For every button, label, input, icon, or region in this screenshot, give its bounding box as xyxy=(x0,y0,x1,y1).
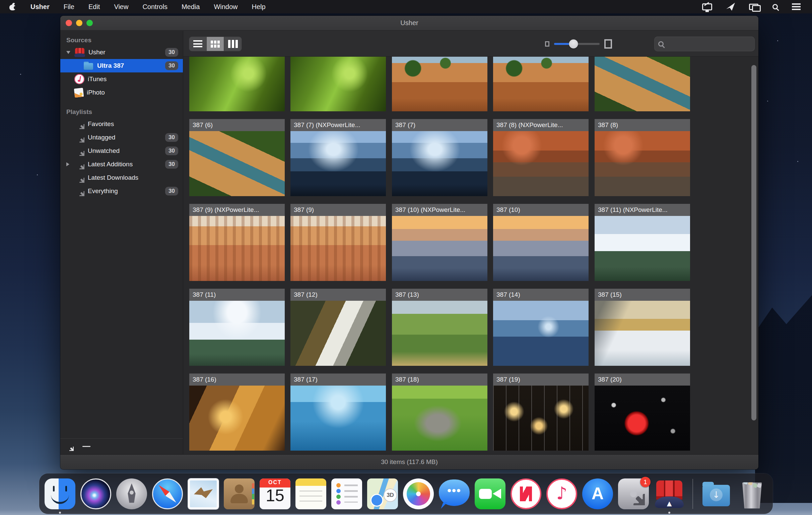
dock-item-siri[interactable] xyxy=(80,479,111,509)
disclosure-open-icon[interactable] xyxy=(66,51,75,54)
appstore-art-main-text: A xyxy=(582,484,613,503)
cell-title: 387 (20) xyxy=(594,374,690,386)
dock-item-messages[interactable]: ••• xyxy=(439,479,470,509)
grid-cell-387-7[interactable]: 387 (7) xyxy=(392,119,487,196)
dock-item-reminders[interactable] xyxy=(331,479,362,509)
menu-item-view[interactable]: View xyxy=(114,3,128,11)
thumbnail-storm-shore xyxy=(290,131,386,196)
grid-cell-387-9-NXPowerLite[interactable]: 387 (9) (NXPowerLite... xyxy=(189,204,285,281)
title-bar[interactable]: Usher xyxy=(60,16,758,30)
grid-cell-387-13[interactable]: 387 (13) xyxy=(392,289,487,366)
search-field[interactable] xyxy=(654,36,755,51)
display-icon[interactable] xyxy=(702,3,712,10)
grid-cell[interactable] xyxy=(594,57,690,111)
grid-cell-387-11[interactable]: 387 (11) xyxy=(189,289,285,366)
item-count-badge: 30 xyxy=(165,187,178,195)
grid-cell-387-8-NXPowerLite[interactable]: 387 (8) (NXPowerLite... xyxy=(493,119,588,196)
dock-item-photos[interactable] xyxy=(403,479,434,509)
disclosure-closed-icon[interactable] xyxy=(66,162,75,166)
grid-cell-387-12[interactable]: 387 (12) xyxy=(290,289,386,366)
dock-item-usher[interactable]: ▲ xyxy=(654,479,685,509)
sidebar-item-label: Favorites xyxy=(88,120,114,128)
dock-item-finder[interactable] xyxy=(45,479,76,509)
grid-cell-387-10[interactable]: 387 (10) xyxy=(493,204,588,281)
grid-cell[interactable] xyxy=(290,57,386,111)
grid-cell-387-14[interactable]: 387 (14) xyxy=(493,289,588,366)
grid-cell-387-18[interactable]: 387 (18) xyxy=(392,374,487,451)
sidebar-item-favorites[interactable]: Favorites xyxy=(60,117,183,131)
spotlight-icon[interactable] xyxy=(773,4,778,9)
menu-bar-status-icons xyxy=(702,3,812,11)
sidebar-item-label: Usher xyxy=(88,49,106,56)
menu-item-media[interactable]: Media xyxy=(181,3,200,11)
sidebar-item-unwatched[interactable]: Unwatched30 xyxy=(60,144,183,158)
list-view-button[interactable] xyxy=(189,37,207,51)
dock-item-safari[interactable] xyxy=(152,479,183,509)
grid-cell-387-11-NXPowerLite[interactable]: 387 (11) (NXPowerLite... xyxy=(594,204,690,281)
dock-item-maps[interactable]: 3D xyxy=(367,479,398,509)
thumbnail-dusk-lake xyxy=(493,301,588,366)
scrollbar-thumb[interactable] xyxy=(751,65,756,421)
sidebar-item-iphoto[interactable]: iPhoto xyxy=(60,86,183,99)
apple-menu-icon[interactable] xyxy=(9,3,16,10)
grid-cell-387-10-NXPowerLite[interactable]: 387 (10) (NXPowerLite... xyxy=(392,204,487,281)
menu-item-file[interactable]: File xyxy=(64,3,75,11)
dock-item-trash[interactable] xyxy=(736,479,767,509)
dock-item-notes[interactable] xyxy=(295,479,326,509)
grid-cell-387-8[interactable]: 387 (8) xyxy=(594,119,690,196)
dock-item-appstore[interactable]: A xyxy=(582,479,613,509)
grid-cell[interactable] xyxy=(493,57,588,111)
sidebar-item-latest-downloads[interactable]: Latest Downloads xyxy=(60,171,183,184)
grid-cell-387-16[interactable]: 387 (16) xyxy=(189,374,285,451)
menu-item-edit[interactable]: Edit xyxy=(88,3,100,11)
dock-item-facetime[interactable] xyxy=(475,479,505,509)
slider-knob[interactable] xyxy=(569,39,578,49)
remove-button[interactable] xyxy=(82,446,90,447)
dock-item-contacts[interactable] xyxy=(224,479,255,509)
menu-bar: Usher FileEditViewControlsMediaWindowHel… xyxy=(0,0,812,13)
grid-cell-387-15[interactable]: 387 (15) xyxy=(594,289,690,366)
sidebar-item-untagged[interactable]: Untagged30 xyxy=(60,131,183,144)
contacts-icon-art xyxy=(224,479,255,509)
cell-title: 387 (7) (NXPowerLite... xyxy=(290,119,386,131)
sidebar-item-latest-additions[interactable]: Latest Additions30 xyxy=(60,158,183,171)
columns-view-button[interactable] xyxy=(224,37,241,51)
sidebar-item-itunes[interactable]: iTunes xyxy=(60,73,183,86)
search-input[interactable] xyxy=(667,40,747,48)
pointer-icon[interactable] xyxy=(726,3,735,11)
minimize-button[interactable] xyxy=(76,20,82,26)
dock-item-mail[interactable] xyxy=(188,479,219,509)
grid-cell-387-6[interactable]: 387 (6) xyxy=(189,119,285,196)
grid-cell[interactable] xyxy=(392,57,487,111)
grid-cell[interactable] xyxy=(189,57,285,111)
thumbnail-snow-range xyxy=(189,301,285,366)
menu-item-window[interactable]: Window xyxy=(214,3,237,11)
grid-view-button[interactable] xyxy=(207,37,224,51)
dock-item-launchpad[interactable] xyxy=(116,479,147,509)
dock-item-calendar[interactable]: OCT15 xyxy=(260,479,290,509)
safari-icon xyxy=(152,479,183,509)
dock-item-news[interactable] xyxy=(511,479,541,509)
notification-center-icon[interactable] xyxy=(792,3,801,10)
dock-item-downloads[interactable]: ↓ xyxy=(701,479,732,509)
dock-item-itunes[interactable]: ♪ xyxy=(546,479,577,509)
screen-mirroring-icon[interactable] xyxy=(749,4,758,10)
columns-view-icon xyxy=(228,40,230,48)
menu-item-controls[interactable]: Controls xyxy=(142,3,167,11)
grid-cell-387-20[interactable]: 387 (20) xyxy=(594,374,690,451)
close-button[interactable] xyxy=(66,20,72,26)
menu-app-name[interactable]: Usher xyxy=(30,3,50,11)
action-gear-button[interactable] xyxy=(65,442,74,451)
thumbnail-grasshopper xyxy=(189,57,285,111)
grid-cell-387-9[interactable]: 387 (9) xyxy=(290,204,386,281)
dock-item-sysprefs[interactable]: 1 xyxy=(618,479,649,509)
sidebar-item-ultra-387[interactable]: Ultra 38730 xyxy=(60,59,183,73)
grid-cell-387-19[interactable]: 387 (19) xyxy=(493,374,588,451)
grid-cell-387-17[interactable]: 387 (17) xyxy=(290,374,386,451)
zoom-button[interactable] xyxy=(86,20,93,26)
grid-cell-387-7-NXPowerLite[interactable]: 387 (7) (NXPowerLite... xyxy=(290,119,386,196)
sidebar-item-everything[interactable]: Everything30 xyxy=(60,184,183,198)
slider-track[interactable] xyxy=(554,43,600,45)
menu-item-help[interactable]: Help xyxy=(252,3,266,11)
sidebar-item-usher[interactable]: Usher30 xyxy=(60,46,183,59)
